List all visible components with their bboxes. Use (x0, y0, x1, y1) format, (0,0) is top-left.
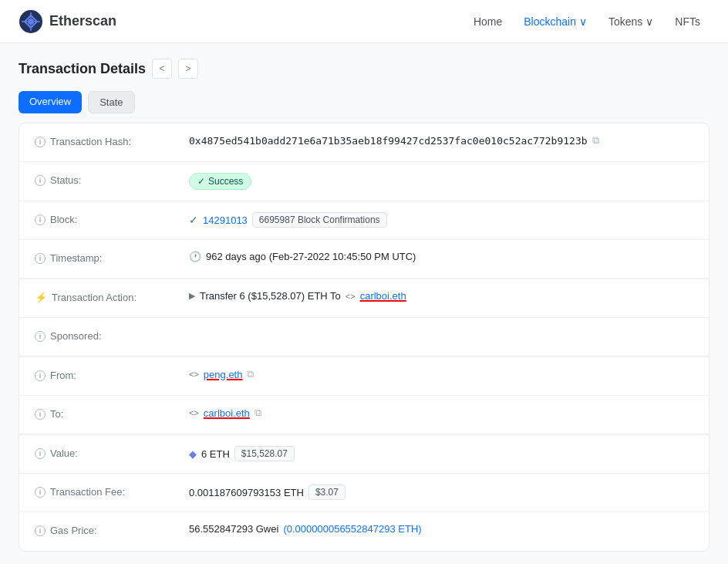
block-number-link[interactable]: 14291013 (203, 214, 248, 226)
clock-icon: 🕐 (189, 251, 201, 262)
info-icon-fee: i (35, 487, 46, 498)
fee-eth: 0.001187609793153 ETH (189, 487, 304, 498)
nav-home[interactable]: Home (464, 9, 511, 34)
label-transaction-fee: i Transaction Fee: (35, 485, 189, 498)
label-transaction-action: ⚡ Transaction Action: (35, 290, 189, 303)
header: Etherscan Home Blockchain ∨ Tokens ∨ NFT… (0, 0, 728, 43)
info-icon-sponsored: i (35, 331, 46, 342)
page-title: Transaction Details (19, 61, 146, 77)
row-value: i Value: ◆ 6 ETH $15,528.07 (19, 435, 709, 474)
action-transfer-text: Transfer 6 ($15,528.07) ETH To (200, 290, 341, 302)
value-eth: 6 ETH (201, 448, 230, 460)
action-code-icon: <> (345, 292, 356, 301)
status-badge: ✓ Success (189, 173, 251, 190)
hash-text: 0x4875ed541b0add271e6a71b35aeb18f99427cd… (189, 135, 588, 147)
to-link[interactable]: carlboi.eth (204, 407, 250, 419)
label-gas-price: i Gas Price: (35, 523, 189, 536)
info-icon-gas: i (35, 525, 46, 536)
from-code-icon: <> (189, 370, 199, 379)
info-icon-timestamp: i (35, 253, 46, 264)
copy-from-button[interactable]: ⧉ (247, 368, 254, 380)
label-status: i Status: (35, 173, 189, 186)
timestamp-text: 962 days ago (Feb-27-2022 10:45:50 PM UT… (206, 251, 416, 262)
label-sponsored: i Sponsored: (35, 329, 189, 342)
info-icon-to: i (35, 409, 46, 420)
next-button[interactable]: > (178, 59, 198, 79)
label-block: i Block: (35, 212, 189, 225)
from-link[interactable]: peng.eth (204, 369, 243, 380)
label-timestamp: i Timestamp: (35, 251, 189, 264)
row-transaction-action: ⚡ Transaction Action: ▶ Transfer 6 ($15,… (19, 279, 709, 318)
label-to: i To: (35, 407, 189, 420)
row-timestamp: i Timestamp: 🕐 962 days ago (Feb-27-2022… (19, 240, 709, 279)
nav-nfts[interactable]: NFTs (666, 9, 709, 34)
row-sponsored: i Sponsored: (19, 318, 709, 356)
row-block: i Block: ✓ 14291013 6695987 Block Confir… (19, 201, 709, 240)
tab-overview[interactable]: Overview (19, 91, 82, 113)
value-status: ✓ Success (189, 173, 693, 190)
to-code-icon: <> (189, 408, 199, 417)
label-from: i From: (35, 368, 189, 381)
bolt-icon: ⚡ (35, 292, 47, 303)
info-icon-block: i (35, 214, 46, 225)
action-arrow-icon: ▶ (189, 291, 195, 301)
action-to-link[interactable]: carlboi.eth (360, 290, 406, 302)
info-icon-value: i (35, 448, 46, 459)
gas-price-eth: (0.000000056552847293 ETH) (283, 523, 421, 535)
value-transaction-fee: 0.001187609793153 ETH $3.07 (189, 485, 693, 500)
row-status: i Status: ✓ Success (19, 162, 709, 201)
row-from: i From: <> peng.eth ⧉ (19, 357, 709, 396)
row-transaction-hash: i Transaction Hash: 0x4875ed541b0add271e… (19, 123, 709, 162)
info-icon-status: i (35, 175, 46, 186)
tabs: Overview State (19, 91, 709, 113)
check-icon: ✓ (197, 176, 205, 187)
value-block: ✓ 14291013 6695987 Block Confirmations (189, 212, 693, 228)
logo-icon (19, 9, 43, 34)
value-from: <> peng.eth ⧉ (189, 368, 693, 380)
eth-diamond-icon: ◆ (189, 448, 197, 460)
row-gas-price: i Gas Price: 56.552847293 Gwei (0.000000… (19, 512, 709, 551)
nav-blockchain[interactable]: Blockchain ∨ (514, 9, 596, 34)
row-to: i To: <> carlboi.eth ⧉ (19, 396, 709, 434)
tokens-chevron-icon: ∨ (645, 15, 653, 28)
logo[interactable]: Etherscan (19, 9, 116, 34)
value-gas-price: 56.552847293 Gwei (0.000000056552847293 … (189, 523, 693, 535)
value-transaction-action: ▶ Transfer 6 ($15,528.07) ETH To <> carl… (189, 290, 693, 302)
value-transaction-hash: 0x4875ed541b0add271e6a71b35aeb18f99427cd… (189, 134, 693, 147)
tab-state[interactable]: State (88, 91, 134, 113)
row-transaction-fee: i Transaction Fee: 0.001187609793153 ETH… (19, 474, 709, 512)
fee-usd: $3.07 (308, 485, 345, 500)
value-value: ◆ 6 ETH $15,528.07 (189, 446, 693, 461)
top-nav: Home Blockchain ∨ Tokens ∨ NFTs (464, 9, 709, 34)
prev-icon: < (160, 63, 165, 74)
page-title-row: Transaction Details < > (19, 59, 709, 79)
page-content: Transaction Details < > Overview State i… (0, 43, 728, 564)
copy-hash-button[interactable]: ⧉ (592, 134, 599, 147)
prev-button[interactable]: < (152, 59, 172, 79)
gas-price-gwei: 56.552847293 Gwei (189, 523, 278, 535)
logo-text: Etherscan (49, 13, 116, 29)
label-value: i Value: (35, 446, 189, 459)
value-timestamp: 🕐 962 days ago (Feb-27-2022 10:45:50 PM … (189, 251, 693, 262)
copy-to-button[interactable]: ⧉ (254, 407, 261, 419)
value-to: <> carlboi.eth ⧉ (189, 407, 693, 419)
block-check-icon: ✓ (189, 214, 198, 226)
info-icon-from: i (35, 370, 46, 381)
nav-tokens[interactable]: Tokens ∨ (599, 9, 662, 34)
svg-point-1 (28, 19, 34, 25)
blockchain-chevron-icon: ∨ (579, 15, 587, 28)
label-transaction-hash: i Transaction Hash: (35, 134, 189, 147)
transaction-detail-card: i Transaction Hash: 0x4875ed541b0add271e… (19, 123, 709, 552)
info-icon-hash: i (35, 137, 46, 147)
block-confirmations: 6695987 Block Confirmations (252, 212, 387, 228)
value-usd: $15,528.07 (234, 446, 295, 461)
next-icon: > (186, 63, 191, 74)
